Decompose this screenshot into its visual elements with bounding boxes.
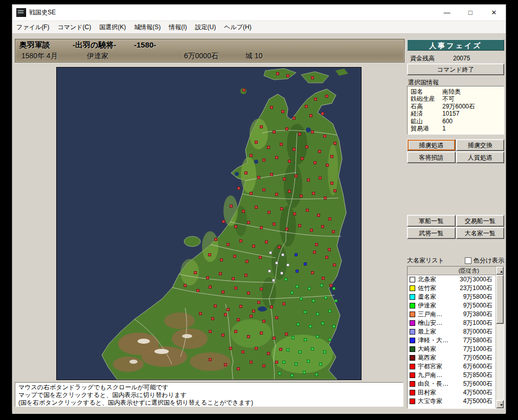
minimize-button-icon[interactable]: — [435,5,459,20]
daimyo-row[interactable]: 北条家 30万3000石 [408,275,504,284]
daimyo-color-swatch [410,355,415,361]
general-list-button[interactable]: 武将一覧 [407,227,456,239]
info-value: 10157 [442,110,459,117]
current-date: 1580年 4月 [21,52,58,61]
daimyo-color-swatch [410,277,415,282]
daimyo-color-swatch [410,303,415,308]
scroll-down-icon[interactable]: ▼ [496,400,504,408]
daimyo-color-swatch [410,364,415,369]
info-label: 鉄砲生産 [411,95,442,102]
japan-map[interactable] [57,68,361,380]
info-value: 1 [442,125,446,132]
daimyo-color-swatch [410,329,415,335]
status-line: (国を右ボタンクリックすると、国内表示せずに選択国を切り替えることができます) [18,399,400,407]
scroll-thumb[interactable] [496,275,504,324]
status-line: マップで国を左クリックすると、国内表示に切り替わります [18,391,400,399]
daimyo-name: 宇都宮家 [418,362,455,371]
daimyo-name: 北条家 [418,275,455,284]
daimyo-row[interactable]: 檜山安… 8万1000石 [408,319,504,327]
scenario-subtitle: -出羽の驍将- [73,40,116,50]
menu-castle-info[interactable]: 城情報(S) [130,21,165,33]
daimyo-row[interactable]: 宇都宮家 6万6000石 [408,362,504,371]
player-castles: 城 10 [245,52,262,61]
funds-label: 資金残高 [410,54,453,63]
map-area[interactable] [56,67,362,380]
daimyo-color-swatch [410,294,415,300]
menu-country-select[interactable]: 国選択(K) [95,21,130,33]
menu-command[interactable]: コマンド(C) [53,21,95,33]
status-message-box: マウスの右ボタンドラッグでもスクロールが可能です マップで国を左クリックすると、… [15,382,403,407]
daimyo-row[interactable]: 津軽・大… 7万5800石 [408,336,504,345]
menu-info[interactable]: 情報(I) [165,21,191,33]
daimyo-name: 佐竹家 [418,284,455,293]
daimyo-name: 津軽・大… [418,336,455,345]
daimyo-name: 蘆名家 [418,293,455,301]
scenario-header: 奥羽軍談 -出羽の驍将- -1580- 1580年 4月 伊達家 6万0000石… [15,39,404,62]
info-label: 経済 [411,110,442,117]
daimyo-row[interactable]: 蘆名家 9万5800石 [408,293,504,301]
daimyo-list-body: 北条家 30万3000石 佐竹家 23万1000石 蘆名家 9万5800石 伊達… [408,275,504,406]
warship-list-button[interactable]: 軍船一覧 [407,215,456,227]
guest-general-invite-button[interactable]: 客将招請 [407,151,456,163]
daimyo-name: 三戸南… [418,310,455,319]
country-info-box: 国名南陸奥 鉄砲生産不可 石高29万6000石 経済10157 鉱山600 貿易… [407,86,504,135]
window-title: 戦国史SE [29,8,56,17]
daimyo-row[interactable]: 最上家 8万0000石 [408,327,504,336]
hostage-treatment-button[interactable]: 人質処遇 [456,151,505,163]
end-command-button[interactable]: コマンド終了 [407,63,504,75]
info-value: 29万6000石 [442,103,475,110]
daimyo-color-swatch [410,372,415,378]
trade-ship-list-button[interactable]: 交易船一覧 [456,215,505,227]
client-area: 奥羽軍談 -出羽の驍将- -1580- 1580年 4月 伊達家 6万0000石… [12,34,506,414]
daimyo-color-swatch [410,346,415,352]
daimyo-name: 田村家 [418,388,455,397]
daimyo-color-swatch [410,381,415,387]
daimyo-row[interactable]: 大崎家 7万1000石 [408,345,504,353]
daimyo-list-scrollbar[interactable]: ▲ ▼ [496,267,504,408]
daimyo-row[interactable]: 田村家 4万5000石 [408,388,504,397]
daimyo-list-header: (臣従含) [408,267,504,275]
app-icon [16,8,26,17]
right-panel: 人事フェイズ 資金残高 20075 コマンド終了 選択国情報 国名南陸奥 鉄砲生… [407,39,504,409]
player-koku: 6万0000石 [184,52,218,61]
menu-settings[interactable]: 設定(U) [191,21,220,33]
daimyo-row[interactable]: 大宝寺家 4万5000石 [408,397,504,406]
daimyo-name: 伊達家 [418,301,455,310]
scenario-name: 奥羽軍談 [19,40,50,50]
scroll-up-icon[interactable]: ▲ [496,267,504,275]
close-button-icon[interactable]: ✕ [482,5,506,20]
info-value: 600 [442,118,453,125]
daimyo-row[interactable]: 由良・長… 5万6000石 [408,380,504,388]
daimyo-row[interactable]: 佐竹家 23万1000石 [408,284,504,293]
daimyo-color-swatch [410,285,415,291]
menu-help[interactable]: ヘルプ(H) [220,21,256,33]
daimyo-row[interactable]: 葛西家 7万0500石 [408,353,504,362]
daimyo-color-swatch [410,312,415,317]
phase-title: 人事フェイズ [407,39,504,51]
daimyo-name: 由良・長… [418,380,455,388]
app-window: 戦国史SE — □ ✕ ファイル(F) コマンド(C) 国選択(K) 城情報(S… [12,4,506,413]
daimyo-row[interactable]: 九戸南… 5万8500石 [408,371,504,380]
maximize-button-icon[interactable]: □ [459,5,482,20]
daimyo-name: 最上家 [418,327,455,336]
daimyo-name: 大宝寺家 [418,397,455,406]
color-coding-label: 色分け表示 [474,256,504,265]
daimyo-list-button[interactable]: 大名家一覧 [456,227,505,239]
info-label: 国名 [411,88,442,95]
country-info-label: 選択国情報 [408,78,503,85]
daimyo-list[interactable]: (臣従含) 北条家 30万3000石 佐竹家 23万1000石 蘆名家 9万58… [407,266,504,409]
daimyo-color-swatch [410,399,415,404]
menu-file[interactable]: ファイル(F) [12,21,53,33]
daimyo-row[interactable]: 三戸南… 9万3800石 [408,310,504,319]
daimyo-row[interactable]: 伊達家 9万5000石 [408,301,504,310]
prisoner-treatment-button[interactable]: 捕虜処遇 [407,139,456,151]
daimyo-color-swatch [410,390,415,395]
prisoner-exchange-button[interactable]: 捕虜交換 [456,139,505,151]
status-line: マウスの右ボタンドラッグでもスクロールが可能です [18,384,400,391]
color-coding-checkbox[interactable] [465,257,471,264]
info-label: 貿易港 [411,125,442,132]
scenario-year: -1580- [134,40,156,49]
funds-value: 20075 [453,55,470,62]
player-family: 伊達家 [87,52,108,61]
info-value: 不可 [442,95,455,102]
